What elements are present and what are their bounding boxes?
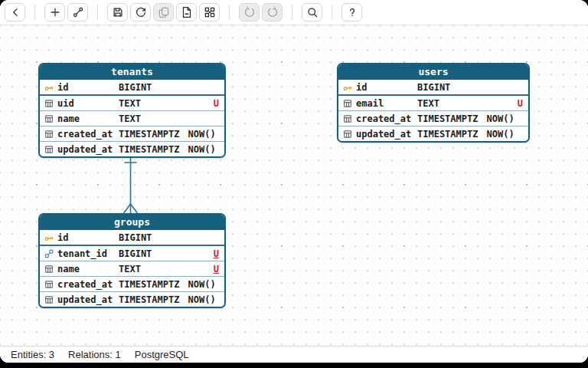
app-window: tenantsidBIGINTuidTEXTUnameTEXTcreated_a… [0, 0, 588, 363]
column-row-id[interactable]: idBIGINT [338, 80, 528, 94]
table-icon [44, 113, 54, 124]
column-type: TEXT [417, 98, 439, 109]
column-type: TIMESTAMPTZ [119, 129, 179, 140]
table-icon [342, 98, 353, 109]
column-type: TIMESTAMPTZ [119, 144, 179, 155]
column-name: id [57, 232, 116, 243]
link-nodes-icon [71, 5, 85, 19]
column-default: NOW() [188, 294, 215, 305]
column-type: BIGINT [119, 232, 152, 243]
column-row-created_at[interactable]: created_atTIMESTAMPTZNOW() [40, 276, 224, 291]
column-row-created_at[interactable]: created_atTIMESTAMPTZNOW() [40, 126, 224, 141]
foreign-key-icon [44, 248, 54, 259]
table-icon [44, 264, 54, 274]
column-type: TEXT [119, 98, 141, 109]
layout-grid-button[interactable] [199, 3, 220, 21]
column-default: NOW() [188, 129, 215, 140]
unique-badge: U [214, 264, 219, 274]
column-type: TEXT [119, 113, 141, 124]
column-row-id[interactable]: idBIGINT [40, 80, 224, 94]
column-name: updated_at [57, 294, 116, 305]
search-icon [305, 5, 319, 19]
table-icon [44, 98, 54, 109]
column-type: TIMESTAMPTZ [119, 294, 179, 305]
redo-arc-icon [266, 5, 279, 19]
column-type: BIGINT [417, 82, 450, 93]
document-icon [180, 5, 194, 19]
plus-icon [48, 5, 62, 19]
sql-dialect-label: PostgreSQL [135, 349, 189, 360]
entity-title-users[interactable]: users [338, 64, 528, 80]
toolbar [0, 0, 588, 25]
column-row-uid[interactable]: uidTEXTU [40, 94, 224, 110]
status-bar: Entities: 3 Relations: 1 PostgreSQL [0, 346, 588, 363]
table-icon [44, 294, 54, 305]
add-entity-button[interactable] [44, 3, 65, 21]
toolbar-divider [97, 5, 98, 20]
column-name: created_at [356, 113, 414, 124]
diagram-canvas[interactable]: tenantsidBIGINTuidTEXTUnameTEXTcreated_a… [0, 25, 588, 346]
key-icon [44, 232, 54, 243]
column-name: email [356, 98, 414, 109]
table-icon [44, 144, 54, 155]
column-row-id[interactable]: idBIGINT [40, 230, 224, 245]
entity-groups[interactable]: groupsidBIGINTtenant_idBIGINTUnameTEXTUc… [38, 213, 226, 308]
entity-title-groups[interactable]: groups [40, 215, 224, 230]
toolbar-divider [332, 5, 332, 20]
qr-grid-icon [203, 5, 217, 19]
question-icon [345, 5, 359, 19]
column-name: uid [57, 98, 116, 109]
duplicate-button[interactable] [153, 3, 174, 21]
column-row-updated_at[interactable]: updated_atTIMESTAMPTZNOW() [338, 126, 528, 141]
entity-users[interactable]: usersidBIGINTemailTEXTUcreated_atTIMESTA… [337, 63, 530, 143]
column-name: created_at [57, 129, 116, 140]
entities-count: Entities: 3 [11, 349, 54, 360]
search-button[interactable] [302, 3, 322, 21]
column-row-created_at[interactable]: created_atTIMESTAMPTZNOW() [338, 110, 528, 126]
relations-count: Relations: 1 [68, 349, 121, 360]
copy-icon [157, 5, 171, 19]
column-row-email[interactable]: emailTEXTU [338, 94, 528, 110]
chevron-left-icon [8, 5, 22, 19]
column-name: id [356, 82, 414, 93]
add-relation-button[interactable] [67, 3, 88, 21]
table-icon [342, 129, 353, 140]
column-row-tenant_id[interactable]: tenant_idBIGINTU [40, 245, 224, 261]
column-row-name[interactable]: nameTEXT [40, 110, 224, 126]
undo-button[interactable] [239, 3, 260, 21]
column-default: NOW() [486, 113, 514, 124]
column-type: BIGINT [119, 248, 152, 259]
unique-badge: U [518, 98, 523, 109]
help-button[interactable] [341, 3, 362, 21]
unique-badge: U [214, 98, 219, 109]
column-name: name [57, 264, 116, 274]
column-type: TEXT [119, 264, 141, 274]
column-name: tenant_id [57, 248, 116, 259]
column-row-name[interactable]: nameTEXTU [40, 261, 224, 276]
column-name: updated_at [356, 129, 414, 140]
unique-badge: U [214, 248, 219, 259]
column-type: TIMESTAMPTZ [119, 279, 179, 290]
column-default: NOW() [188, 144, 215, 155]
entity-tenants[interactable]: tenantsidBIGINTuidTEXTUnameTEXTcreated_a… [38, 63, 226, 158]
key-icon [342, 82, 353, 93]
refresh-icon [134, 5, 148, 19]
save-button[interactable] [107, 3, 128, 21]
floppy-icon [111, 5, 125, 19]
back-button[interactable] [5, 3, 25, 21]
column-row-updated_at[interactable]: updated_atTIMESTAMPTZNOW() [40, 141, 224, 156]
column-type: TIMESTAMPTZ [417, 113, 478, 124]
column-row-updated_at[interactable]: updated_atTIMESTAMPTZNOW() [40, 291, 224, 307]
toolbar-divider [34, 5, 35, 20]
column-default: NOW() [486, 129, 514, 140]
export-button[interactable] [176, 3, 197, 21]
column-type: TIMESTAMPTZ [417, 129, 478, 140]
redo-button[interactable] [262, 3, 283, 21]
reload-button[interactable] [130, 3, 151, 21]
column-type: BIGINT [119, 82, 152, 93]
entity-title-tenants[interactable]: tenants [40, 64, 224, 80]
column-name: created_at [57, 279, 116, 290]
column-name: name [57, 113, 116, 124]
table-icon [342, 113, 353, 124]
column-name: id [57, 82, 116, 93]
